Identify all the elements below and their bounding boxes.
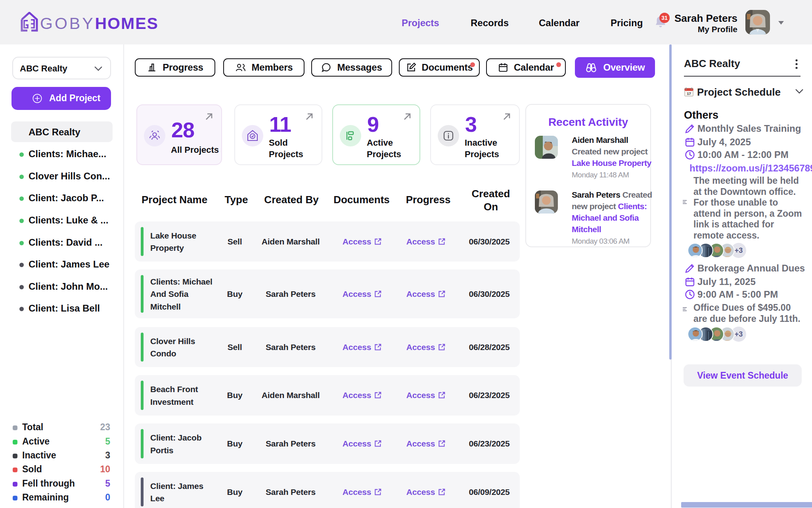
svg-text:17: 17 <box>687 92 691 96</box>
